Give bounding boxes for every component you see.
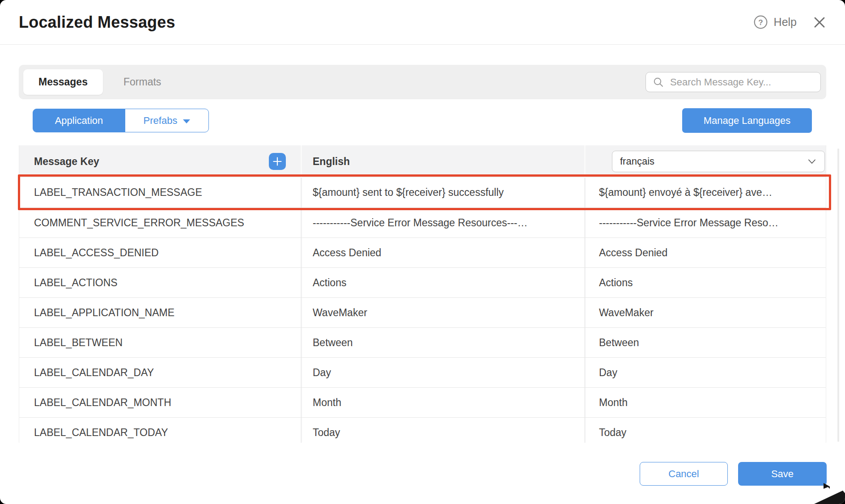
save-button[interactable]: Save xyxy=(738,462,827,486)
search-input[interactable] xyxy=(670,76,814,88)
plus-icon xyxy=(273,157,282,166)
search-icon xyxy=(653,77,664,88)
message-key-header-label: Message Key xyxy=(34,156,99,168)
cell-french[interactable]: ${amount} envoyé à ${receiver} ave… xyxy=(586,178,826,208)
table-row[interactable]: LABEL_ACCESS_DENIEDAccess DeniedAccess D… xyxy=(19,237,826,267)
prefabs-button[interactable]: Prefabs xyxy=(125,109,209,132)
cell-french[interactable]: Between xyxy=(586,328,826,357)
cell-french[interactable]: Actions xyxy=(586,268,826,297)
caret-down-icon xyxy=(183,119,190,123)
cell-key[interactable]: LABEL_CALENDAR_TODAY xyxy=(19,418,302,443)
column-language: français xyxy=(586,145,826,178)
cell-key[interactable]: LABEL_APPLICATION_NAME xyxy=(19,298,302,327)
localized-messages-dialog: Localized Messages ? Help Me xyxy=(0,0,845,504)
cell-key[interactable]: LABEL_BETWEEN xyxy=(19,328,302,357)
cell-english[interactable]: Actions xyxy=(302,268,586,297)
language-select-value: français xyxy=(620,156,654,167)
tab-messages[interactable]: Messages xyxy=(23,69,103,95)
table-row[interactable]: LABEL_TRANSACTION_MESSAGE${amount} sent … xyxy=(19,178,826,208)
svg-text:?: ? xyxy=(758,18,763,27)
add-message-key-button[interactable] xyxy=(269,153,286,170)
cell-french[interactable]: Day xyxy=(586,358,826,387)
toolbar: Application Prefabs Manage Languages xyxy=(19,108,826,133)
table-body: LABEL_TRANSACTION_MESSAGE${amount} sent … xyxy=(19,178,826,443)
table-row[interactable]: LABEL_CALENDAR_TODAYTodayToday xyxy=(19,417,826,443)
cell-key[interactable]: LABEL_CALENDAR_MONTH xyxy=(19,388,302,417)
header-actions: ? Help xyxy=(754,15,826,29)
cell-english[interactable]: -----------Service Error Message Resourc… xyxy=(302,208,586,237)
scope-segmented-control: Application Prefabs xyxy=(33,109,209,132)
messages-table: Message Key English français xyxy=(19,145,826,443)
cell-key[interactable]: LABEL_TRANSACTION_MESSAGE xyxy=(19,178,302,208)
cell-key[interactable]: LABEL_CALENDAR_DAY xyxy=(19,358,302,387)
table-header: Message Key English français xyxy=(19,145,826,178)
prefabs-label: Prefabs xyxy=(144,115,178,127)
table-row[interactable]: LABEL_CALENDAR_MONTHMonthMonth xyxy=(19,387,826,417)
table-row[interactable]: LABEL_APPLICATION_NAMEWaveMakerWaveMaker xyxy=(19,297,826,327)
table-row[interactable]: LABEL_CALENDAR_DAYDayDay xyxy=(19,357,826,387)
cell-key[interactable]: LABEL_ACTIONS xyxy=(19,268,302,297)
mouse-cursor xyxy=(814,489,845,504)
table-row[interactable]: COMMENT_SERVICE_ERROR_MESSAGES----------… xyxy=(19,208,826,237)
manage-languages-button[interactable]: Manage Languages xyxy=(682,108,812,133)
search-box[interactable] xyxy=(645,72,821,92)
cell-english[interactable]: Day xyxy=(302,358,586,387)
application-button[interactable]: Application xyxy=(33,109,125,132)
table-row[interactable]: LABEL_BETWEENBetweenBetween xyxy=(19,327,826,357)
column-english: English xyxy=(302,145,586,178)
scrollbar-track[interactable] xyxy=(837,148,839,442)
table-row[interactable]: LABEL_ACTIONSActionsActions xyxy=(19,267,826,297)
chevron-down-icon xyxy=(807,156,817,167)
cell-french[interactable]: Access Denied xyxy=(586,238,826,267)
cell-english[interactable]: Month xyxy=(302,388,586,417)
cell-key[interactable]: COMMENT_SERVICE_ERROR_MESSAGES xyxy=(19,208,302,237)
cell-english[interactable]: ${amount} sent to ${receiver} successful… xyxy=(302,178,586,208)
cell-french[interactable]: Month xyxy=(586,388,826,417)
cell-english[interactable]: WaveMaker xyxy=(302,298,586,327)
tab-bar: Messages Formats xyxy=(19,65,826,99)
help-icon: ? xyxy=(754,15,768,29)
dialog-header: Localized Messages ? Help xyxy=(0,0,845,45)
help-label: Help xyxy=(774,16,797,29)
tab-formats-label: Formats xyxy=(123,76,161,88)
cell-english[interactable]: Today xyxy=(302,418,586,443)
cancel-button[interactable]: Cancel xyxy=(640,462,728,486)
language-select[interactable]: français xyxy=(612,151,825,172)
help-button[interactable]: ? Help xyxy=(754,15,797,29)
column-message-key: Message Key xyxy=(19,145,302,178)
cell-key[interactable]: LABEL_ACCESS_DENIED xyxy=(19,238,302,267)
cell-french[interactable]: WaveMaker xyxy=(586,298,826,327)
english-header-label: English xyxy=(313,156,350,168)
tab-formats[interactable]: Formats xyxy=(108,69,176,95)
cell-english[interactable]: Between xyxy=(302,328,586,357)
tab-messages-label: Messages xyxy=(38,76,88,88)
close-icon[interactable] xyxy=(813,16,826,29)
page-title: Localized Messages xyxy=(19,13,175,32)
dialog-footer: Cancel Save xyxy=(640,462,827,486)
cell-french[interactable]: Today xyxy=(586,418,826,443)
cell-french[interactable]: -----------Service Error Message Reso… xyxy=(586,208,826,237)
cell-english[interactable]: Access Denied xyxy=(302,238,586,267)
